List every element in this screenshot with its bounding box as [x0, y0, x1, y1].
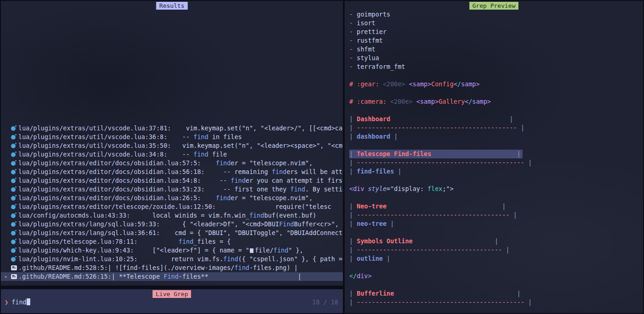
text-segment-hdr: Symbols Outline — [357, 237, 413, 245]
result-row-text: .github/README.md:528:5:| ![find-files](… — [18, 264, 298, 272]
result-row[interactable]: lua/plugins/extras/lang/sql.lua:59:33: {… — [1, 220, 343, 229]
text-segment-cell: find-files — [357, 168, 394, 175]
markdown-icon-glyph: M↓ — [11, 265, 17, 270]
text-segment-cell: outline — [357, 255, 383, 262]
result-row-text: lua/plugins/extras/util/vscode.lua:34:8:… — [18, 150, 227, 159]
text-segment-red: # :gear: — [349, 80, 383, 88]
lua-filetype-icon — [11, 202, 18, 211]
text-segment-text — [386, 202, 502, 210]
preview-line — [349, 89, 643, 97]
selection-caret-icon: ▸ — [5, 272, 11, 281]
text-segment-path: lua/plugins/extras/editor/docs/obsidian.… — [18, 159, 201, 167]
text-segment-code: Buffer<cr>", d — [294, 220, 343, 228]
result-row[interactable]: lua/plugins/nvim-lint.lua:10:25: return … — [1, 255, 343, 264]
result-row-text: lua/plugins/extras/lang/sql.lua:59:33: {… — [18, 220, 343, 229]
text-segment-pipe: | — [349, 298, 357, 306]
text-segment-text: terraform_fmt — [357, 63, 405, 70]
markdown-filetype-icon: M↓ — [11, 272, 18, 281]
preview-line: <div style="display: flex;"> — [349, 185, 643, 193]
result-row-text: lua/config/autocmds.lua:43:33: local win… — [18, 211, 316, 220]
result-row[interactable]: lua/plugins/extras/editor/telescope/zoxi… — [1, 202, 343, 211]
result-row[interactable]: lua/plugins/extras/util/vscode.lua:36:8:… — [1, 133, 343, 141]
text-segment-pipe: | — [394, 168, 402, 175]
prompt-window[interactable]: Live Grep ❯find 18 / 18 — [1, 289, 343, 313]
result-row[interactable]: M↓.github/README.md:528:5:| ![find-files… — [1, 264, 343, 272]
result-row-selected[interactable]: ▸M↓.github/README.md:526:15:| **Telescop… — [1, 272, 343, 281]
text-segment-pipe: | — [349, 133, 357, 140]
preview-line: - isort — [349, 19, 643, 28]
text-segment-code: file — [209, 151, 227, 158]
search-input[interactable]: ❯find — [1, 298, 343, 307]
lua-filetype-icon — [11, 133, 18, 141]
text-segment-pipe: | — [349, 124, 357, 131]
text-segment-pipe: | — [383, 255, 390, 262]
selection-caret-icon — [5, 176, 11, 185]
text-segment-pipe: | — [349, 202, 357, 210]
preview-line — [349, 193, 643, 202]
lua-filetype-icon — [11, 229, 18, 237]
text-segment-purple: div> — [357, 272, 372, 280]
text-segment-path: lua/config/autocmds.lua:43:33: — [18, 212, 130, 219]
text-segment-code: buf(event.buf) — [264, 212, 316, 219]
text-segment-code: ({ "cspell.json" }, { path = — [238, 255, 343, 263]
result-row[interactable]: lua/config/autocmds.lua:43:33: local win… — [1, 211, 343, 220]
text-segment-red: - — [349, 37, 357, 44]
text-segment-path: lua/plugins/extras/lang/sql.lua:59:33: — [18, 220, 160, 228]
result-row[interactable]: lua/plugins/extras/util/vscode.lua:34:8:… — [1, 150, 343, 159]
text-segment-code: return vim.fs. — [138, 255, 223, 263]
text-segment-path: lua/plugins/nvim-lint.lua:10:25: — [18, 255, 138, 263]
results-list: lua/plugins/extras/util/vscode.lua:37:81… — [1, 124, 343, 281]
text-segment-dash: --------------------------------------- — [357, 246, 502, 253]
result-row[interactable]: lua/plugins/extras/editor/docs/obsidian.… — [1, 176, 343, 185]
result-row[interactable]: lua/plugins/telescope.lua:78:11: find_fi… — [1, 237, 343, 246]
result-row[interactable]: lua/plugins/extras/lang/sql.lua:36:61: c… — [1, 229, 343, 237]
result-row-text: lua/plugins/extras/editor/telescope/zoxi… — [18, 202, 331, 211]
text-segment-dash: ----------------------------------------… — [357, 124, 517, 131]
text-segment-pipe: | — [390, 133, 397, 140]
selection-caret-icon — [5, 185, 11, 194]
text-segment-match: find — [193, 151, 209, 158]
preview-line: | --------------------------------------… — [349, 246, 643, 254]
result-row[interactable]: lua/plugins/extras/util/vscode.lua:37:81… — [1, 124, 343, 133]
text-segment-text — [413, 237, 495, 245]
selection-caret-icon — [5, 141, 11, 150]
result-row[interactable]: lua/plugins/extras/editor/docs/obsidian.… — [1, 194, 343, 202]
text-segment-iattr: style — [368, 185, 387, 192]
text-segment-code: er = "telescope.nvim", — [231, 159, 313, 167]
text-segment-pipe: | — [510, 211, 517, 219]
text-segment-code: ["<leader>f"] = { name = " — [134, 247, 249, 254]
preview-line: # :camera: <200e> <samp>Gallery</samp> — [349, 97, 643, 106]
text-segment-path: lua/plugins/extras/editor/docs/obsidian.… — [18, 185, 204, 193]
preview-line — [349, 141, 643, 150]
result-row[interactable]: lua/plugins/extras/editor/docs/obsidian.… — [1, 168, 343, 176]
result-row-text: lua/plugins/extras/util/vscode.lua:35:50… — [18, 141, 342, 150]
text-segment-path: lua/plugins/extras/util/vscode.lua:37:81… — [18, 124, 171, 132]
preview-line: | --------------------------------------… — [349, 123, 643, 132]
result-row[interactable]: lua/plugins/which-key.lua:9:43: ["<leade… — [1, 246, 343, 255]
result-row[interactable]: lua/plugins/extras/editor/docs/obsidian.… — [1, 185, 343, 194]
text-segment-red: Gallery — [439, 98, 465, 105]
preview-line: | neo-tree | — [349, 219, 643, 228]
text-segment-pipe: | — [349, 290, 357, 297]
text-segment-code: ers will be attem — [286, 168, 343, 175]
result-row[interactable]: lua/plugins/extras/util/vscode.lua:35:50… — [1, 141, 343, 150]
text-segment-code: er you can attempt it first. — [246, 177, 343, 184]
lua-filetype-icon — [11, 237, 18, 246]
text-segment-hdr: Bufferline — [357, 290, 394, 297]
text-segment-code: -- first one they — [204, 185, 290, 193]
text-segment-teal: </ — [349, 272, 357, 280]
text-segment-red: - — [349, 63, 357, 70]
selection-caret-icon — [5, 124, 11, 133]
lua-filetype-icon — [11, 176, 18, 185]
text-segment-pipe: | — [349, 237, 357, 245]
text-segment-path: .github/README.md:528:5: — [18, 264, 108, 271]
result-row-text: lua/plugins/extras/util/vscode.lua:36:8:… — [18, 133, 242, 141]
lua-filetype-icon — [11, 246, 18, 255]
text-segment-match: find — [231, 177, 246, 184]
text-segment-code — [138, 238, 178, 245]
result-row[interactable]: lua/plugins/extras/editor/docs/obsidian.… — [1, 159, 343, 168]
selection-caret-icon — [5, 194, 11, 202]
markdown-filetype-icon: M↓ — [11, 264, 18, 272]
text-segment-pipe: | — [349, 220, 357, 227]
text-segment-text — [431, 150, 517, 157]
